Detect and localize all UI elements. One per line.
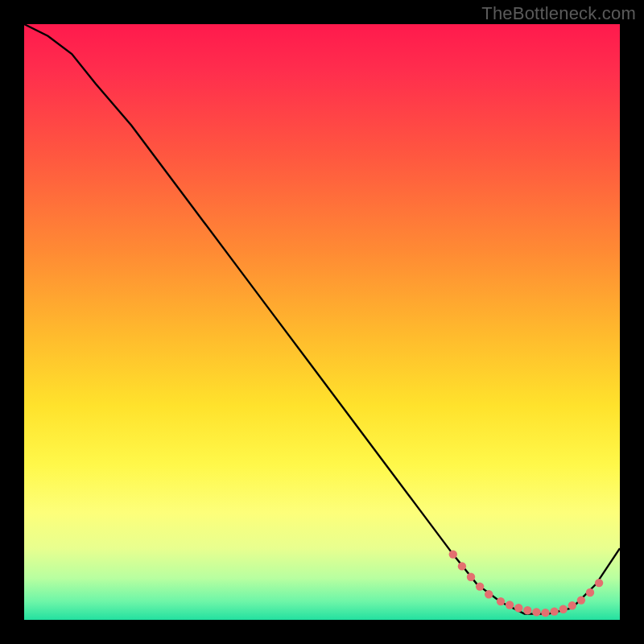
highlight-dot	[595, 579, 603, 587]
highlight-dot	[568, 601, 576, 609]
highlight-dot	[476, 582, 484, 590]
curve-line	[24, 24, 620, 614]
watermark-text: TheBottleneck.com	[481, 3, 636, 24]
highlight-dot	[467, 573, 475, 581]
highlight-dot	[541, 609, 549, 617]
highlight-dot	[506, 601, 514, 609]
highlight-dot	[497, 597, 505, 605]
highlight-dot	[586, 588, 594, 597]
plot-area	[24, 24, 620, 620]
highlight-dots	[449, 550, 604, 617]
highlight-dot	[532, 608, 540, 616]
chart-frame: TheBottleneck.com	[0, 0, 644, 644]
highlight-dot	[485, 590, 493, 598]
chart-svg	[24, 24, 620, 620]
highlight-dot	[550, 607, 558, 615]
highlight-dot	[514, 604, 522, 612]
highlight-dot	[523, 606, 531, 614]
highlight-dot	[577, 596, 585, 604]
highlight-dot	[449, 550, 457, 558]
highlight-dot	[559, 605, 568, 613]
highlight-dot	[458, 562, 466, 570]
